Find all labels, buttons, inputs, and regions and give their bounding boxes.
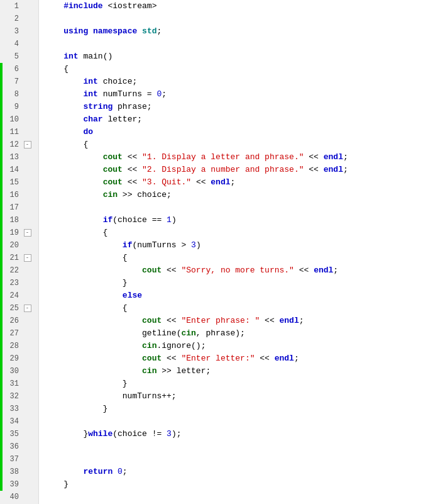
code-token: ; (343, 164, 348, 176)
code-line: { (44, 302, 428, 315)
fold-box[interactable]: - (24, 229, 31, 237)
line-number: 14 (3, 164, 23, 176)
code-token: << (304, 164, 324, 176)
code-token: , phrase); (196, 327, 245, 340)
code-token: std (142, 25, 156, 38)
fold-indicator[interactable]: - (23, 254, 31, 262)
code-token: .ignore(); (156, 340, 206, 352)
code-line: return 0; (44, 466, 428, 478)
code-token (112, 466, 118, 478)
gutter-row: 17 (0, 201, 38, 214)
code-token: ; (231, 176, 236, 189)
code-token: letter; (103, 113, 142, 126)
code-line (44, 440, 428, 453)
line-number: 2 (3, 13, 23, 25)
line-number: 9 (3, 101, 23, 113)
code-line (44, 13, 428, 25)
gutter-row: 4 (0, 38, 38, 50)
line-number: 19 (3, 227, 23, 239)
fold-indicator[interactable]: - (23, 229, 31, 237)
code-line: } (44, 378, 428, 390)
gutter-row: 18 (0, 214, 38, 227)
code-line: cin.ignore(); (44, 340, 428, 352)
code-token (44, 340, 142, 352)
line-number: 33 (3, 403, 23, 415)
code-line: { (44, 138, 428, 151)
code-token (44, 289, 123, 302)
gutter-row: 22 (0, 264, 38, 277)
code-token: << (123, 164, 142, 176)
code-token: "Enter phrase: " (181, 315, 260, 327)
fold-indicator[interactable]: - (23, 305, 31, 312)
code-line: cout << "1. Display a letter and phrase.… (44, 151, 428, 164)
code-token: namespace (93, 25, 137, 38)
code-line: cout << "2. Display a number and phrase.… (44, 164, 428, 176)
gutter-row: 6 (0, 63, 38, 76)
code-line: } (44, 478, 428, 491)
code-line: #include <iostream> (44, 0, 428, 13)
gutter-row: 11 (0, 126, 38, 138)
code-token (44, 352, 142, 365)
code-token: } (44, 478, 69, 491)
code-token: numTurns = (98, 88, 157, 101)
code-line: int numTurns = 0; (44, 88, 428, 101)
code-token: endl (275, 352, 294, 365)
code-token: string (83, 101, 112, 113)
code-token: cin (142, 365, 156, 378)
code-token: << (255, 352, 275, 365)
code-token: ; (156, 25, 162, 38)
fold-box[interactable]: - (24, 254, 31, 262)
code-line: getline(cin, phrase); (44, 327, 428, 340)
code-token: << (294, 264, 314, 277)
line-number: 34 (3, 415, 23, 428)
code-token: main() (79, 50, 113, 63)
code-token (44, 151, 103, 164)
code-token: endl (314, 264, 333, 277)
gutter-row: 10 (0, 113, 38, 126)
line-number: 11 (3, 126, 23, 138)
code-token: endl (211, 176, 230, 189)
gutter-row: 14 (0, 164, 38, 176)
gutter-row: 15 (0, 176, 38, 189)
code-area[interactable]: #include <iostream> using namespace std;… (39, 0, 428, 504)
line-number: 39 (3, 478, 23, 491)
code-token: ; (162, 88, 167, 101)
code-line: string phrase; (44, 101, 428, 113)
code-token: << (162, 264, 181, 277)
code-token (44, 113, 83, 126)
code-token: 0 (118, 466, 123, 478)
code-token: } (44, 428, 88, 440)
line-number: 16 (3, 189, 23, 201)
code-token (44, 239, 123, 252)
code-token: return (83, 466, 112, 478)
fold-indicator[interactable]: - (23, 141, 31, 148)
gutter-row: 21- (0, 252, 38, 264)
code-token (44, 466, 83, 478)
line-number: 35 (3, 428, 23, 440)
fold-box[interactable]: - (24, 141, 31, 148)
line-number: 38 (3, 466, 23, 478)
line-number: 29 (3, 352, 23, 365)
code-line: if(numTurns > 3) (44, 239, 428, 252)
line-number: 13 (3, 151, 23, 164)
code-token: char (83, 113, 102, 126)
code-token (44, 176, 103, 189)
code-token: "Enter letter:" (181, 352, 255, 365)
fold-box[interactable]: - (24, 305, 31, 312)
code-line: { (44, 63, 428, 76)
code-token: ) (172, 214, 177, 227)
code-line (44, 201, 428, 214)
gutter-row: 16 (0, 189, 38, 201)
line-number: 24 (3, 289, 23, 302)
code-line (44, 491, 428, 503)
line-number: 36 (3, 440, 23, 453)
code-token: 1 (167, 214, 172, 227)
code-line (44, 415, 428, 428)
gutter-row: 39 (0, 478, 38, 491)
code-line: do (44, 126, 428, 138)
code-token: } (44, 277, 128, 289)
code-token: endl (280, 315, 299, 327)
gutter-row: 35 (0, 428, 38, 440)
line-number: 3 (3, 25, 23, 38)
code-line: using namespace std; (44, 25, 428, 38)
